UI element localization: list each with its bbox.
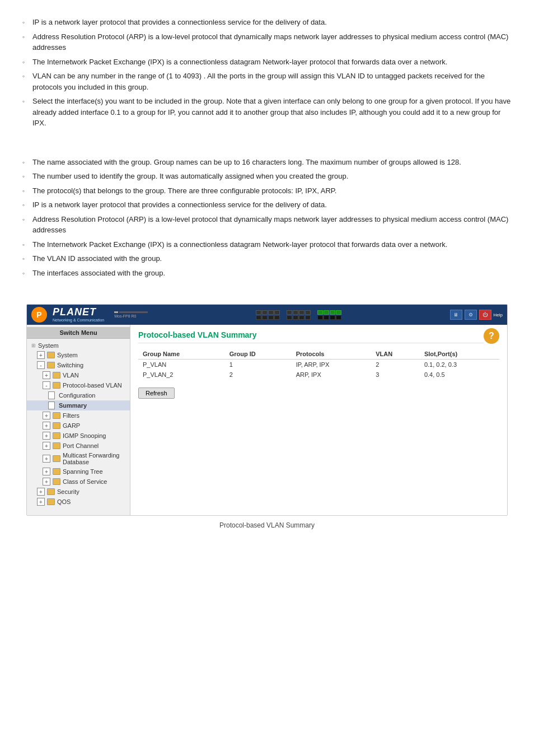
nav-item-garp[interactable]: + GARP [27, 421, 130, 431]
expand-icon: + [43, 371, 50, 379]
bullet-text: The name associated with the group. Grou… [32, 157, 512, 168]
nav-panel: Switch Menu ⊞ System + System - Switchin… [27, 325, 130, 515]
nav-item-label: Multicast Forwarding Database [63, 452, 125, 465]
folder-icon [47, 498, 55, 505]
bullet-text: The interfaces associated with the group… [32, 268, 512, 279]
brand-logo: P PLANET Networking & Communication [31, 306, 104, 323]
nav-item-switching[interactable]: - Switching [27, 360, 130, 370]
bullet-item-1: ◦ IP is a network layer protocol that pr… [22, 17, 512, 28]
nav-item-label: Switching [57, 362, 83, 368]
nav-item-port-channel[interactable]: + Port Channel [27, 441, 130, 451]
table-cell-group_name: P_VLAN_2 [138, 370, 225, 380]
nav-item-system-link[interactable]: ⊞ System [27, 341, 130, 350]
bullet-marker: ◦ [22, 96, 30, 129]
expand-icon: + [43, 442, 50, 450]
expand-icon: - [37, 361, 45, 369]
bullet-marker: ◦ [22, 240, 30, 250]
expand-icon: + [43, 455, 50, 463]
nav-item-igmp[interactable]: + IGMP Snooping [27, 431, 130, 441]
table-cell-slot_ports: 0.4, 0.5 [420, 370, 499, 380]
top-bar: P PLANET Networking & Communication Mos-… [27, 305, 507, 325]
bullet-item-3: ◦ The Internetwork Packet Exchange (IPX)… [22, 57, 512, 68]
help-button[interactable]: ? [484, 328, 499, 344]
bullet-marker: ◦ [22, 157, 30, 168]
nav-item-system[interactable]: + System [27, 350, 130, 360]
bottom-bullet-2: ◦ The number used to identify the group.… [22, 171, 512, 182]
nav-item-vlan[interactable]: + VLAN [27, 370, 130, 380]
bottom-bullet-5: ◦ Address Resolution Protocol (ARP) is a… [22, 214, 512, 236]
expand-icon: + [37, 488, 45, 496]
planet-logo-text: PLANET [53, 306, 104, 318]
col-header-vlan: VLAN [371, 349, 420, 360]
settings-icon[interactable]: ⚙ [465, 310, 477, 320]
nav-item-summary[interactable]: Summary [27, 400, 130, 410]
expand-icon: - [43, 381, 50, 389]
bottom-bullet-1: ◦ The name associated with the group. Gr… [22, 157, 512, 168]
bullet-item-5: ◦ Select the interface(s) you want to be… [22, 96, 512, 129]
expand-icon: + [43, 468, 50, 475]
folder-icon [53, 412, 60, 419]
bullet-text: Select the interface(s) you want to be i… [32, 96, 512, 129]
folder-icon [53, 382, 60, 389]
nav-item-multicast[interactable]: + Multicast Forwarding Database [27, 451, 130, 466]
bullet-marker: ◦ [22, 171, 30, 182]
table-row: P_VLAN1IP, ARP, IPX20.1, 0.2, 0.3 [138, 360, 499, 370]
folder-icon [53, 442, 60, 449]
folder-icon [53, 372, 60, 379]
col-header-group-name: Group Name [138, 349, 225, 360]
folder-icon [53, 455, 60, 462]
nav-item-security[interactable]: + Security [27, 487, 130, 497]
bullet-text: Address Resolution Protocol (ARP) is a l… [32, 31, 512, 53]
bottom-bullet-8: ◦ The interfaces associated with the gro… [22, 268, 512, 279]
bullet-text: IP is a network layer protocol that prov… [32, 17, 512, 28]
bottom-bullet-list: ◦ The name associated with the group. Gr… [22, 157, 512, 279]
port-group-3 [317, 310, 341, 320]
expand-icon: + [37, 351, 45, 359]
refresh-button[interactable]: Refresh [138, 388, 175, 399]
folder-icon [47, 362, 55, 368]
bottom-bullet-4: ◦ IP is a network layer protocol that pr… [22, 199, 512, 211]
col-header-slot-ports: Slot,Port(s) [420, 349, 499, 360]
expand-icon: + [43, 422, 50, 430]
help-label-top: Help [494, 312, 503, 318]
bullet-marker: ◦ [22, 186, 30, 197]
folder-icon [53, 432, 60, 439]
nav-item-cos[interactable]: + Class of Service [27, 477, 130, 487]
nav-item-configuration[interactable]: Configuration [27, 390, 130, 400]
doc-icon [48, 402, 55, 409]
nav-item-label: VLAN [63, 372, 79, 379]
nav-item-label: Filters [63, 412, 79, 419]
bullet-text: The Internetwork Packet Exchange (IPX) i… [32, 239, 512, 250]
nav-item-label: Port Channel [63, 442, 99, 449]
nav-item-spanning-tree[interactable]: + Spanning Tree [27, 466, 130, 477]
brand-text-block: PLANET Networking & Communication [53, 306, 104, 323]
refresh-container: Refresh [138, 385, 499, 399]
top-bar-right: 🖥 ⚙ ⏻ Help [450, 310, 503, 320]
bullet-marker: ◦ [22, 57, 30, 68]
bullet-marker: ◦ [22, 200, 30, 211]
nav-item-qos[interactable]: + QOS [27, 497, 130, 507]
col-header-group-id: Group ID [225, 349, 292, 360]
summary-table: Group Name Group ID Protocols VLAN Slot,… [138, 349, 499, 380]
bullet-marker: ◦ [22, 32, 30, 53]
bullet-text: The Internetwork Packet Exchange (IPX) i… [32, 57, 512, 68]
bottom-bullet-3: ◦ The protocol(s) that belongs to the gr… [22, 185, 512, 197]
page-content: ◦ IP is a network layer protocol that pr… [0, 0, 534, 552]
nav-item-protocol-vlan[interactable]: - Protocol-based VLAN [27, 380, 130, 390]
nav-item-label: Summary [59, 402, 87, 409]
nav-header: Switch Menu [27, 327, 130, 339]
port-diagram [152, 310, 445, 320]
bullet-text: Address Resolution Protocol (ARP) is a l… [32, 214, 512, 236]
bullet-text: The protocol(s) that belongs to the grou… [32, 185, 512, 197]
nav-item-filters[interactable]: + Filters [27, 410, 130, 421]
power-icon[interactable]: ⏻ [479, 310, 491, 320]
bullet-marker: ◦ [22, 214, 30, 236]
nav-item-label: GARP [63, 422, 80, 429]
expand-icon: + [37, 498, 45, 506]
table-cell-group_id: 1 [225, 360, 292, 370]
nav-item-label: Spanning Tree [63, 468, 103, 475]
bullet-marker: ◦ [22, 17, 30, 28]
port-group-2 [287, 310, 311, 320]
monitor-icon[interactable]: 🖥 [450, 310, 462, 320]
page-caption: Protocol-based VLAN Summary [22, 521, 512, 529]
